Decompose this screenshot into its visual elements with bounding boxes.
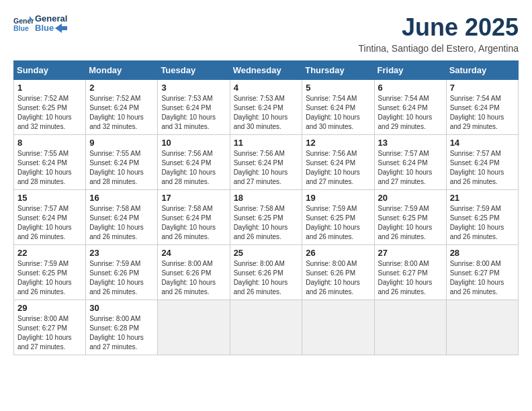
day-number: 20 xyxy=(378,193,443,203)
weekday-header-sunday: Sunday xyxy=(14,61,86,80)
calendar-cell xyxy=(446,300,518,355)
calendar-week-row: 22Sunrise: 7:59 AMSunset: 6:25 PMDayligh… xyxy=(14,245,519,300)
calendar-cell: 30Sunrise: 8:00 AMSunset: 6:28 PMDayligh… xyxy=(86,300,158,355)
calendar-cell: 24Sunrise: 8:00 AMSunset: 6:26 PMDayligh… xyxy=(158,245,230,300)
calendar-cell: 6Sunrise: 7:54 AMSunset: 6:24 PMDaylight… xyxy=(374,80,446,135)
calendar-week-row: 29Sunrise: 8:00 AMSunset: 6:27 PMDayligh… xyxy=(14,300,519,355)
day-info: Sunrise: 7:59 AMSunset: 6:25 PMDaylight:… xyxy=(306,204,370,242)
logo-arrow-icon xyxy=(55,24,67,33)
header: General Blue General Blue June 2025 Tint… xyxy=(13,13,519,54)
day-info: Sunrise: 7:59 AMSunset: 6:26 PMDaylight:… xyxy=(89,259,154,297)
day-number: 21 xyxy=(450,193,515,203)
day-info: Sunrise: 7:54 AMSunset: 6:24 PMDaylight:… xyxy=(306,94,370,132)
calendar-cell: 26Sunrise: 8:00 AMSunset: 6:26 PMDayligh… xyxy=(302,245,374,300)
weekday-header-monday: Monday xyxy=(86,61,158,80)
day-number: 3 xyxy=(161,83,226,93)
calendar-cell: 3Sunrise: 7:53 AMSunset: 6:24 PMDaylight… xyxy=(158,80,230,135)
calendar-week-row: 8Sunrise: 7:55 AMSunset: 6:24 PMDaylight… xyxy=(14,135,519,190)
day-number: 9 xyxy=(89,138,154,148)
day-info: Sunrise: 8:00 AMSunset: 6:26 PMDaylight:… xyxy=(161,259,226,297)
day-number: 5 xyxy=(306,83,370,93)
day-info: Sunrise: 7:56 AMSunset: 6:24 PMDaylight:… xyxy=(306,149,370,187)
calendar-cell xyxy=(374,300,446,355)
day-info: Sunrise: 7:53 AMSunset: 6:24 PMDaylight:… xyxy=(161,94,226,132)
day-info: Sunrise: 7:55 AMSunset: 6:24 PMDaylight:… xyxy=(89,149,154,187)
calendar-cell: 15Sunrise: 7:57 AMSunset: 6:24 PMDayligh… xyxy=(14,190,86,245)
calendar-cell xyxy=(230,300,302,355)
calendar-cell: 22Sunrise: 7:59 AMSunset: 6:25 PMDayligh… xyxy=(14,245,86,300)
calendar-cell: 7Sunrise: 7:54 AMSunset: 6:24 PMDaylight… xyxy=(446,80,518,135)
logo-text: General xyxy=(35,14,67,24)
day-number: 29 xyxy=(17,303,82,313)
day-number: 1 xyxy=(17,83,82,93)
day-info: Sunrise: 7:57 AMSunset: 6:24 PMDaylight:… xyxy=(17,204,82,242)
day-info: Sunrise: 7:56 AMSunset: 6:24 PMDaylight:… xyxy=(161,149,226,187)
day-info: Sunrise: 8:00 AMSunset: 6:28 PMDaylight:… xyxy=(89,314,154,352)
svg-marker-3 xyxy=(55,24,67,33)
calendar-cell: 20Sunrise: 7:59 AMSunset: 6:25 PMDayligh… xyxy=(374,190,446,245)
logo-blue: Blue xyxy=(35,24,67,33)
day-info: Sunrise: 8:00 AMSunset: 6:26 PMDaylight:… xyxy=(306,259,370,297)
day-number: 4 xyxy=(234,83,299,93)
calendar-cell: 21Sunrise: 7:59 AMSunset: 6:25 PMDayligh… xyxy=(446,190,518,245)
calendar-cell: 23Sunrise: 7:59 AMSunset: 6:26 PMDayligh… xyxy=(86,245,158,300)
day-info: Sunrise: 8:00 AMSunset: 6:27 PMDaylight:… xyxy=(450,259,515,297)
weekday-header-saturday: Saturday xyxy=(446,61,518,80)
day-number: 22 xyxy=(17,248,82,258)
day-number: 19 xyxy=(306,193,370,203)
day-number: 6 xyxy=(378,83,443,93)
svg-text:Blue: Blue xyxy=(13,24,29,32)
day-info: Sunrise: 7:56 AMSunset: 6:24 PMDaylight:… xyxy=(234,149,299,187)
calendar-cell: 18Sunrise: 7:58 AMSunset: 6:25 PMDayligh… xyxy=(230,190,302,245)
title-area: June 2025 Tintina, Santiago del Estero, … xyxy=(359,13,519,54)
calendar-cell: 13Sunrise: 7:57 AMSunset: 6:24 PMDayligh… xyxy=(374,135,446,190)
day-number: 11 xyxy=(234,138,299,148)
logo: General Blue General Blue xyxy=(13,13,67,34)
day-number: 16 xyxy=(89,193,154,203)
day-number: 17 xyxy=(161,193,226,203)
calendar-cell: 29Sunrise: 8:00 AMSunset: 6:27 PMDayligh… xyxy=(14,300,86,355)
calendar-cell: 2Sunrise: 7:52 AMSunset: 6:24 PMDaylight… xyxy=(86,80,158,135)
day-info: Sunrise: 7:57 AMSunset: 6:24 PMDaylight:… xyxy=(450,149,515,187)
calendar-cell: 14Sunrise: 7:57 AMSunset: 6:24 PMDayligh… xyxy=(446,135,518,190)
day-number: 12 xyxy=(306,138,370,148)
calendar-table: SundayMondayTuesdayWednesdayThursdayFrid… xyxy=(13,60,519,355)
day-info: Sunrise: 7:55 AMSunset: 6:24 PMDaylight:… xyxy=(17,149,82,187)
day-number: 10 xyxy=(161,138,226,148)
day-number: 7 xyxy=(450,83,515,93)
calendar-cell: 25Sunrise: 8:00 AMSunset: 6:26 PMDayligh… xyxy=(230,245,302,300)
calendar-cell: 27Sunrise: 8:00 AMSunset: 6:27 PMDayligh… xyxy=(374,245,446,300)
weekday-header-wednesday: Wednesday xyxy=(230,61,302,80)
weekday-header-row: SundayMondayTuesdayWednesdayThursdayFrid… xyxy=(14,61,519,80)
day-number: 8 xyxy=(17,138,82,148)
day-number: 23 xyxy=(89,248,154,258)
day-info: Sunrise: 8:00 AMSunset: 6:26 PMDaylight:… xyxy=(234,259,299,297)
month-title: June 2025 xyxy=(359,13,519,42)
day-number: 2 xyxy=(89,83,154,93)
day-number: 30 xyxy=(89,303,154,313)
day-number: 14 xyxy=(450,138,515,148)
day-info: Sunrise: 7:58 AMSunset: 6:25 PMDaylight:… xyxy=(234,204,299,242)
calendar-cell xyxy=(158,300,230,355)
day-number: 18 xyxy=(234,193,299,203)
calendar-cell: 8Sunrise: 7:55 AMSunset: 6:24 PMDaylight… xyxy=(14,135,86,190)
weekday-header-friday: Friday xyxy=(374,61,446,80)
calendar-cell: 9Sunrise: 7:55 AMSunset: 6:24 PMDaylight… xyxy=(86,135,158,190)
calendar-cell: 19Sunrise: 7:59 AMSunset: 6:25 PMDayligh… xyxy=(302,190,374,245)
day-info: Sunrise: 7:52 AMSunset: 6:25 PMDaylight:… xyxy=(17,94,82,132)
day-number: 15 xyxy=(17,193,82,203)
calendar-cell: 12Sunrise: 7:56 AMSunset: 6:24 PMDayligh… xyxy=(302,135,374,190)
logo-icon: General Blue xyxy=(13,13,34,34)
weekday-header-thursday: Thursday xyxy=(302,61,374,80)
day-number: 27 xyxy=(378,248,443,258)
day-info: Sunrise: 7:58 AMSunset: 6:24 PMDaylight:… xyxy=(89,204,154,242)
day-info: Sunrise: 8:00 AMSunset: 6:27 PMDaylight:… xyxy=(378,259,443,297)
calendar-cell: 28Sunrise: 8:00 AMSunset: 6:27 PMDayligh… xyxy=(446,245,518,300)
day-number: 28 xyxy=(450,248,515,258)
calendar-cell: 16Sunrise: 7:58 AMSunset: 6:24 PMDayligh… xyxy=(86,190,158,245)
day-info: Sunrise: 7:54 AMSunset: 6:24 PMDaylight:… xyxy=(378,94,443,132)
calendar-cell: 1Sunrise: 7:52 AMSunset: 6:25 PMDaylight… xyxy=(14,80,86,135)
day-number: 13 xyxy=(378,138,443,148)
day-info: Sunrise: 7:58 AMSunset: 6:24 PMDaylight:… xyxy=(161,204,226,242)
day-info: Sunrise: 7:52 AMSunset: 6:24 PMDaylight:… xyxy=(89,94,154,132)
